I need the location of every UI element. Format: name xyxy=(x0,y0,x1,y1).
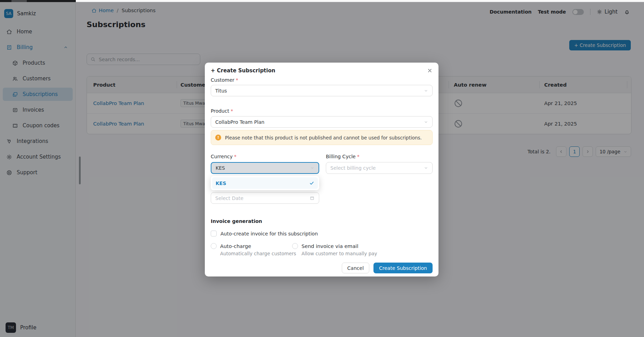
cancel-button[interactable]: Cancel xyxy=(342,263,369,273)
start-date-input[interactable]: Select Date xyxy=(211,192,319,204)
auto-charge-radio-row: Auto-charge xyxy=(211,243,296,249)
required-asterisk: * xyxy=(236,77,238,83)
send-invoice-radio-row: Send invoice via email xyxy=(292,243,377,249)
submit-create-subscription-button[interactable]: Create Subscription xyxy=(373,263,433,273)
strip-light-segment xyxy=(76,0,644,2)
send-invoice-radio[interactable] xyxy=(292,243,298,249)
warning-icon: ! xyxy=(215,135,221,141)
currency-option-kes[interactable]: KES xyxy=(212,177,318,189)
date-placeholder: Select Date xyxy=(215,195,243,201)
product-label-text: Product xyxy=(211,108,229,114)
required-asterisk: * xyxy=(357,154,360,159)
billing-cycle-label: Billing Cycle* xyxy=(326,154,360,159)
scrollbar-thumb[interactable] xyxy=(79,157,81,184)
currency-label-text: Currency xyxy=(211,154,233,159)
calendar-icon xyxy=(309,195,315,201)
currency-dropdown: KES xyxy=(211,176,319,190)
auto-create-invoice-checkbox[interactable] xyxy=(211,231,217,236)
product-select-value: CollabPro Team Plan xyxy=(215,119,264,125)
chevron-down-icon xyxy=(424,120,428,124)
chevron-down-icon xyxy=(424,89,428,93)
send-invoice-label: Send invoice via email xyxy=(301,243,358,249)
auto-charge-description: Automatically charge customers xyxy=(220,251,296,256)
product-label: Product* xyxy=(211,108,233,114)
customer-select-value: Titus xyxy=(215,88,227,94)
currency-select-value: KES xyxy=(216,165,225,171)
modal-footer: Cancel Create Subscription xyxy=(342,263,433,273)
customer-label: Customer* xyxy=(211,77,238,83)
customer-label-text: Customer xyxy=(211,77,234,83)
product-select[interactable]: CollabPro Team Plan xyxy=(211,116,433,128)
currency-select[interactable]: KES xyxy=(211,162,319,174)
strip-notch xyxy=(11,0,27,2)
auto-create-invoice-row: Auto-create invoice for this subscriptio… xyxy=(211,231,318,236)
send-invoice-description: Allow customer to manually pay xyxy=(301,251,377,256)
billing-cycle-label-text: Billing Cycle xyxy=(326,154,356,159)
create-subscription-modal: + Create Subscription Customer* Titus Pr… xyxy=(205,63,438,276)
auto-charge-radio[interactable] xyxy=(211,243,217,249)
auto-charge-option: Auto-charge Automatically charge custome… xyxy=(211,243,296,256)
check-icon xyxy=(309,180,314,186)
customer-select[interactable]: Titus xyxy=(211,85,433,96)
required-asterisk: * xyxy=(234,154,236,159)
auto-create-invoice-label: Auto-create invoice for this subscriptio… xyxy=(220,231,318,236)
currency-option-label: KES xyxy=(216,180,226,186)
billing-cycle-placeholder: Select billing cycle xyxy=(330,165,376,171)
close-icon[interactable] xyxy=(426,67,433,74)
invoice-generation-heading: Invoice generation xyxy=(211,218,262,224)
currency-label: Currency* xyxy=(211,154,236,159)
product-warning-alert: ! Please note that this product is not p… xyxy=(211,130,433,145)
modal-title: + Create Subscription xyxy=(211,67,275,74)
required-asterisk: * xyxy=(231,108,233,114)
chevron-down-icon xyxy=(310,166,314,170)
browser-edge-strip xyxy=(0,0,644,2)
chevron-down-icon xyxy=(424,166,428,170)
send-invoice-option: Send invoice via email Allow customer to… xyxy=(292,243,377,256)
auto-charge-label: Auto-charge xyxy=(220,243,251,249)
warning-text: Please note that this product is not pub… xyxy=(225,135,422,141)
billing-cycle-select[interactable]: Select billing cycle xyxy=(326,162,433,174)
